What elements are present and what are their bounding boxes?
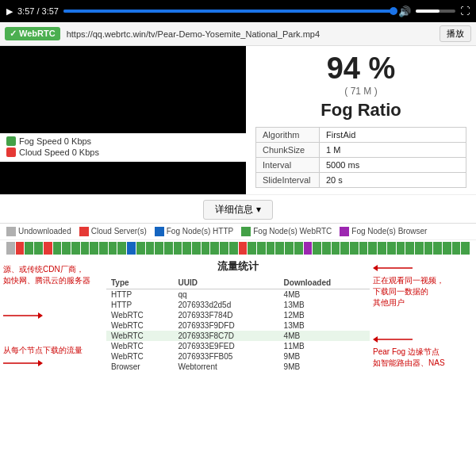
cell-uuid: 2076933F8C7D	[173, 331, 278, 341]
chunk-bar	[257, 242, 266, 255]
interval-value: 5000 ms	[320, 157, 466, 172]
volume-bar[interactable]	[416, 10, 455, 13]
legend-cloud-server: Cloud Server(s)	[79, 227, 147, 236]
arrow-pear	[373, 334, 473, 345]
table-row: ChunkSize 1 M	[256, 142, 466, 157]
legend-fog-webrtc: Fog Node(s) WebRTC	[241, 227, 332, 236]
chunk-label: ChunkSize	[256, 142, 320, 157]
video-player: ▶ 3:57 / 3:57 🔊 ⛶	[0, 0, 476, 22]
chunk-bar	[136, 242, 145, 255]
chunk-bar	[415, 242, 424, 255]
legend-label: Fog Node(s) Browser	[351, 227, 427, 236]
play-icon[interactable]: ▶	[6, 6, 13, 17]
cloud-label: Cloud Speed 0 Kbps	[19, 147, 99, 157]
size-display: ( 71 M )	[255, 86, 466, 97]
cell-type: WebRTC	[106, 320, 173, 331]
svg-marker-8	[38, 360, 43, 366]
cell-downloaded: 4MB	[279, 289, 370, 300]
chunk-bar	[443, 242, 451, 255]
chunk-bar	[275, 242, 284, 255]
arrow-watching	[373, 262, 473, 274]
flow-table-row: BrowserWebtorrent9MB	[106, 362, 370, 372]
left-panel: Fog Speed 0 Kbps Cloud Speed 0 Kbps	[0, 46, 246, 194]
col-downloaded: Downloaded	[279, 277, 370, 289]
legend-fog-browser: Fog Node(s) Browser	[340, 227, 427, 236]
chunk-bar	[267, 242, 275, 255]
chunk-bar	[313, 242, 321, 255]
cell-uuid: Webtorrent	[173, 362, 278, 372]
flow-table-row: WebRTC2076933E9FED11MB	[106, 341, 370, 351]
stats-table: Algorithm FirstAid ChunkSize 1 M Interva…	[255, 127, 466, 188]
arrow-left2-icon	[373, 334, 413, 345]
cell-uuid: 2076933F9DFD	[173, 320, 278, 331]
ann-source: 源、或传统CDN厂商，如快网、腾讯云的服务器	[3, 264, 103, 286]
cell-downloaded: 12MB	[279, 310, 370, 320]
chunk-bar	[452, 242, 461, 255]
col-type: Type	[106, 277, 173, 289]
legend-label: Fog Node(s) WebRTC	[253, 227, 332, 236]
chunk-bar	[210, 242, 219, 255]
webrtc-badge: ✓ WebRTC	[5, 27, 60, 40]
fog-browser-icon	[340, 227, 349, 236]
chunk-bar	[350, 242, 359, 255]
play-button[interactable]: 播放	[440, 25, 471, 42]
cell-uuid: qq	[173, 289, 278, 300]
chunk-bar	[424, 242, 433, 255]
legend-label: Fog Node(s) HTTP	[167, 227, 233, 236]
left-annotations: 源、或传统CDN厂商，如快网、腾讯云的服务器 从每个节点下载的流量	[3, 259, 106, 372]
video-area	[0, 46, 246, 133]
main-content: Fog Speed 0 Kbps Cloud Speed 0 Kbps 94 %…	[0, 46, 476, 195]
legend-label: Undownloaded	[18, 227, 71, 236]
legend-area: Fog Speed 0 Kbps Cloud Speed 0 Kbps	[0, 133, 246, 162]
chunk-bar	[117, 242, 126, 255]
cell-downloaded: 4MB	[279, 331, 370, 341]
cell-type: WebRTC	[106, 310, 173, 320]
legend-undownloaded: Undownloaded	[6, 227, 71, 236]
undownloaded-icon	[6, 227, 16, 236]
svg-rect-1	[79, 227, 89, 236]
chunk-bar	[304, 242, 313, 255]
fullscreen-icon[interactable]: ⛶	[460, 6, 470, 17]
chunk-bar	[90, 242, 98, 255]
progress-bar[interactable]	[63, 10, 393, 13]
fog-dot	[6, 136, 16, 146]
svg-marker-9	[373, 265, 378, 271]
arrow-right2-icon	[3, 358, 43, 369]
svg-rect-0	[6, 227, 16, 236]
table-row: Interval 5000 ms	[256, 157, 466, 172]
cell-uuid: 2076933F784D	[173, 310, 278, 320]
volume-fill	[416, 10, 440, 13]
chunk-bar	[229, 242, 238, 255]
progress-dot	[390, 7, 397, 15]
cell-uuid: 2076933FFB05	[173, 351, 278, 362]
chunk-bar	[6, 242, 15, 255]
flow-title: 流量统计	[217, 259, 259, 274]
chunk-bar	[294, 242, 303, 255]
cell-type: Browser	[106, 362, 173, 372]
svg-rect-3	[241, 227, 251, 236]
svg-marker-11	[373, 336, 378, 343]
algo-label: Algorithm	[256, 127, 320, 142]
slideinterval-value: 20 s	[320, 172, 466, 187]
chunk-bar	[109, 242, 117, 255]
chunk-bar	[155, 242, 163, 255]
ann-pear: Pear Fog 边缘节点如智能路由器、NAS	[373, 334, 473, 369]
cloud-server-icon	[79, 227, 89, 236]
chunk-bar	[387, 242, 396, 255]
chunk-bar	[62, 242, 71, 255]
chunk-bar	[25, 242, 33, 255]
chunk-bar	[248, 242, 256, 255]
svg-rect-4	[340, 227, 349, 236]
fog-http-icon	[155, 227, 164, 236]
chunk-bar	[397, 242, 405, 255]
details-button[interactable]: 详细信息 ▾	[203, 200, 272, 220]
arrow-source	[3, 310, 103, 321]
chunk-bar	[34, 242, 43, 255]
legend-bar: Undownloaded Cloud Server(s) Fog Node(s)…	[0, 224, 476, 240]
flow-table-row: WebRTC2076933F9DFD13MB	[106, 320, 370, 331]
cell-downloaded: 11MB	[279, 341, 370, 351]
volume-icon[interactable]: 🔊	[398, 6, 411, 17]
cell-type: WebRTC	[106, 351, 173, 362]
details-section: 详细信息 ▾	[0, 195, 476, 224]
bottom-section: 源、或传统CDN厂商，如快网、腾讯云的服务器 从每个节点下载的流量 流量统计	[0, 256, 476, 372]
